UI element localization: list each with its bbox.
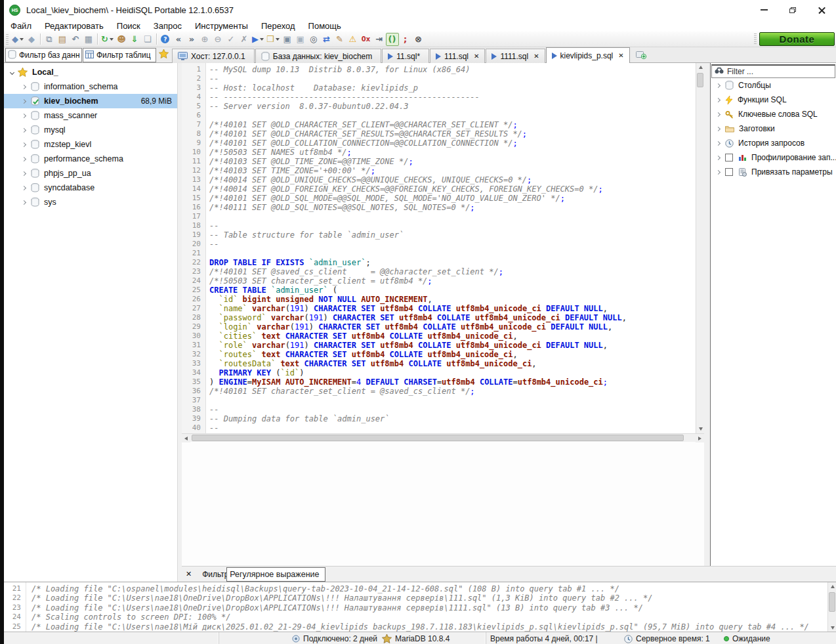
undo-button[interactable]: ↶ [69, 33, 82, 46]
helpers-item-bind-parameters[interactable]: Привязать параметры [711, 165, 836, 179]
chevron-right-icon[interactable] [22, 84, 26, 89]
save-button[interactable]: ▣ [281, 33, 294, 46]
tree-item-sys[interactable]: sys [4, 195, 177, 209]
helpers-item-sql-keywords[interactable]: Ключевые слова SQL [711, 107, 836, 121]
new-window-button[interactable]: ◆ [25, 33, 38, 46]
tree-item-information_schema[interactable]: information_schema [4, 79, 177, 94]
tree-item-mzstep_kievl[interactable]: mzstep_kievl [4, 137, 177, 152]
chevron-right-icon[interactable] [22, 185, 26, 190]
open-file-button[interactable]: ❒ [265, 33, 281, 46]
right-splitter[interactable] [704, 63, 710, 566]
export-grid-button[interactable]: ❏ [141, 33, 154, 46]
chevron-right-icon[interactable] [716, 126, 721, 131]
sql-editor[interactable]: 1234567891011121314151617181920212223242… [182, 63, 696, 433]
apply-button[interactable]: ✓ [224, 33, 238, 46]
tree-item-performance_schema[interactable]: performance_schema [4, 152, 177, 166]
chevron-right-icon[interactable] [716, 169, 721, 174]
chevron-right-icon[interactable] [716, 83, 721, 87]
find-button[interactable]: ◎ [307, 33, 320, 46]
menu-item-tools[interactable]: Инструменты [188, 21, 255, 31]
close-button[interactable] [807, 0, 836, 20]
chevron-right-icon[interactable] [22, 171, 26, 175]
last-button[interactable]: » [185, 33, 198, 46]
tree-item-mass_scanner[interactable]: mass_scanner [4, 108, 177, 123]
chevron-right-icon[interactable] [716, 112, 721, 116]
tab-query-3[interactable]: 1111.sql✕ [486, 49, 545, 63]
helpers-item-snippets[interactable]: Заготовки [711, 121, 836, 136]
menu-item-query[interactable]: Запрос [147, 21, 188, 31]
editor-code[interactable]: -- MySQL dump 10.13 Distrib 8.0.37, for … [209, 63, 696, 433]
add-button[interactable]: ⊕ [198, 33, 211, 46]
tree-root-session[interactable]: Local_ [4, 65, 177, 79]
tree-item-mysql[interactable]: mysql [4, 123, 177, 137]
save-as-button[interactable]: ▣ [294, 33, 307, 46]
menu-item-search[interactable]: Поиск [110, 21, 147, 31]
tree-item-phpjs_pp_ua[interactable]: phpjs_pp_ua [4, 166, 177, 181]
minimize-button[interactable] [749, 0, 778, 20]
log-vertical-scrollbar[interactable] [827, 582, 836, 632]
import-file-button[interactable]: ⇓ [128, 33, 141, 46]
editor-horizontal-scrollbar[interactable] [182, 433, 704, 442]
chevron-down-icon[interactable] [10, 70, 14, 74]
database-filter-input[interactable]: Фильтр баз данн [5, 48, 82, 62]
chevron-right-icon[interactable] [716, 97, 721, 102]
vscroll-thumb[interactable] [697, 73, 703, 87]
remove-button[interactable]: ⊖ [211, 33, 224, 46]
refresh-button[interactable]: ↻ [100, 33, 115, 46]
restore-button[interactable] [778, 0, 807, 20]
log-scroll-up-button[interactable] [828, 582, 836, 591]
menu-item-file[interactable]: Файл [4, 21, 38, 31]
filter-close-icon[interactable]: ✕ [186, 570, 192, 578]
tab-query-1[interactable]: 11.sql* [382, 49, 429, 63]
tab-query-2[interactable]: 111.sql✕ [430, 49, 485, 63]
scroll-left-button[interactable] [182, 434, 190, 442]
tab-close-icon[interactable]: ✕ [474, 53, 479, 60]
regex-filter-input[interactable]: Регулярное выражение [226, 567, 325, 582]
hscroll-thumb[interactable] [192, 435, 684, 441]
query-profiling-checkbox[interactable] [725, 154, 733, 161]
semicolon-button[interactable]: ; [399, 33, 412, 46]
tab-close-icon[interactable]: ✕ [533, 53, 539, 60]
menu-item-goto[interactable]: Переход [255, 21, 302, 31]
chevron-right-icon[interactable] [22, 156, 26, 161]
table-filter-input[interactable]: Фильтр таблиц [83, 48, 156, 62]
chevron-right-icon[interactable] [22, 127, 26, 132]
session-manager-button[interactable]: ◆ [10, 33, 25, 46]
chevron-right-icon[interactable] [716, 155, 721, 160]
tab-query-4[interactable]: kievlipids_p.sql✕ [546, 47, 630, 63]
tab-database[interactable]: База данных: kiev_biochem [255, 49, 382, 63]
helpers-item-columns[interactable]: Столбцы [711, 78, 836, 93]
chevron-right-icon[interactable] [22, 200, 26, 204]
chevron-right-icon[interactable] [22, 142, 26, 146]
favorites-star-icon[interactable] [159, 49, 169, 60]
editor-vertical-scrollbar[interactable] [696, 63, 704, 433]
paste-button[interactable]: ▤ [56, 33, 69, 46]
warning-button[interactable]: ⚠ [346, 33, 360, 46]
copy-button[interactable]: ⧉ [43, 33, 56, 46]
tab-close-icon[interactable]: ✕ [618, 52, 623, 59]
log-vscroll-thumb[interactable] [829, 592, 835, 612]
first-button[interactable]: « [172, 33, 185, 46]
tree-item-kiev_biochem[interactable]: kiev_biochem68,9 MiB [4, 94, 177, 108]
chevron-right-icon[interactable] [716, 140, 721, 145]
hex-button[interactable]: 0x [360, 33, 373, 46]
comment-button[interactable]: () [386, 33, 399, 46]
helpers-item-query-history[interactable]: История запросов [711, 136, 836, 150]
reformat-button[interactable]: ✎ [333, 33, 346, 46]
chevron-right-icon[interactable] [22, 113, 26, 118]
stop-button[interactable]: ⊗ [412, 33, 425, 46]
new-query-tab-button[interactable] [636, 50, 646, 61]
menu-item-help[interactable]: Помощь [302, 21, 348, 31]
print-button[interactable]: ▦ [82, 33, 95, 46]
user-manager-button[interactable]: ☻ [115, 33, 128, 46]
helpers-item-query-profiling[interactable]: Профилирование зап... [711, 150, 836, 165]
indent-button[interactable]: ⇥ [373, 33, 386, 46]
replace-button[interactable]: ⇄ [320, 33, 333, 46]
helpers-item-sql-functions[interactable]: Функции SQL [711, 93, 836, 107]
chevron-right-icon[interactable] [22, 98, 26, 103]
tab-host[interactable]: Хост: 127.0.0.1 [172, 49, 255, 63]
tree-item-syncdatabase[interactable]: syncdatabase [4, 181, 177, 195]
discard-button[interactable]: ✗ [238, 33, 251, 46]
donate-button[interactable]: Donate [759, 32, 835, 46]
menu-item-edit[interactable]: Редактировать [38, 21, 110, 31]
